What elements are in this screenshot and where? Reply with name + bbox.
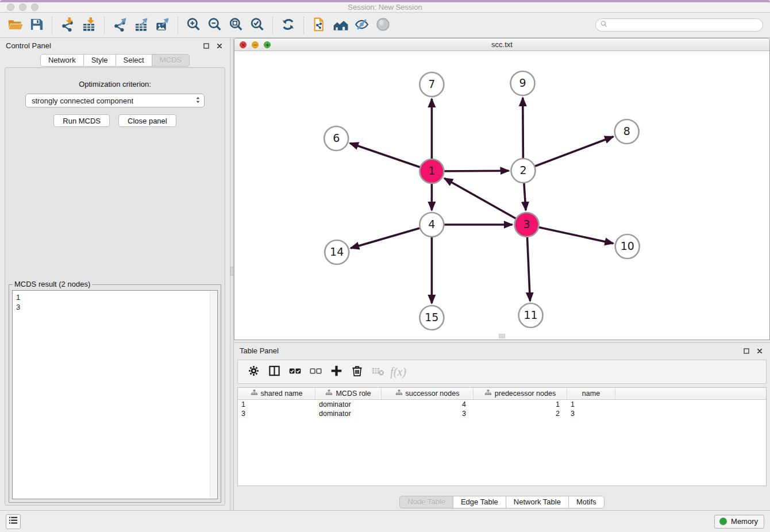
close-panel-button[interactable]: Close panel [118,114,176,127]
table-cell[interactable]: 1 [567,400,615,408]
zoom-fit-button[interactable] [225,15,247,36]
mcds-result-item[interactable]: 3 [13,302,217,312]
table-cell[interactable]: dominator [315,400,382,408]
close-table-panel-icon[interactable] [754,346,764,356]
graph-node-1[interactable]: 1 [419,159,444,183]
table-cell[interactable]: 1 [473,400,567,408]
table-panel-title: Table Panel [240,346,279,355]
graph-node-10[interactable]: 10 [615,234,640,259]
mcds-result-list[interactable]: 13 [12,290,218,499]
zoom-in-button[interactable] [183,15,204,36]
edge-3-1[interactable] [444,178,526,225]
task-history-button[interactable] [6,514,21,529]
mcds-result-scrollbar[interactable] [210,291,217,498]
tab-motifs[interactable]: Motifs [568,496,605,508]
table-cell[interactable]: 3 [567,410,615,418]
column-header-name[interactable]: name [567,388,615,399]
zoom-out-button[interactable] [204,15,225,36]
home-button[interactable] [330,15,351,36]
optimization-criterion-select[interactable]: strongly connected component [25,94,205,107]
svg-text:2: 2 [519,164,526,177]
open-session-button[interactable] [5,15,26,36]
check-off-icon [309,364,322,379]
table-cell[interactable]: dominator [315,410,382,418]
run-mcds-button[interactable]: Run MCDS [53,114,110,127]
graph-node-4[interactable]: 4 [419,213,444,237]
minimize-window-button[interactable] [19,3,26,11]
table-cell[interactable]: 1 [238,400,315,408]
tab-select[interactable]: Select [116,54,152,67]
table-cell[interactable]: 3 [238,410,315,418]
tab-mcds[interactable]: MCDS [152,54,190,67]
gear-icon [247,364,260,379]
search-field[interactable] [595,18,763,32]
graph-node-3[interactable]: 3 [515,213,539,237]
maximize-network-button[interactable] [264,41,271,48]
splitter-handle[interactable] [230,267,233,276]
float-panel-icon[interactable] [201,41,211,51]
graph-node-9[interactable]: 9 [511,71,535,95]
graph-node-6[interactable]: 6 [324,126,348,151]
import-network-button[interactable] [57,15,78,36]
graph-node-7[interactable]: 7 [419,72,444,97]
minimize-network-button[interactable] [252,41,259,48]
panel-splitter[interactable] [230,38,234,510]
column-header-successor-nodes[interactable]: successor nodes [382,388,473,399]
clone-network-button[interactable] [309,15,330,36]
tab-network-table[interactable]: Network Table [506,496,569,508]
hide-graphics-button[interactable] [351,15,372,36]
close-panel-icon[interactable] [214,41,224,51]
graph-node-14[interactable]: 14 [325,240,349,264]
network-window-controls [240,41,271,48]
import-table-button[interactable] [78,15,99,36]
table-cell[interactable]: 3 [382,410,473,418]
tab-edge-table[interactable]: Edge Table [453,496,506,508]
float-table-panel-icon[interactable] [741,346,751,356]
export-image-icon [155,17,170,34]
hide-all-columns-button[interactable] [305,362,326,381]
delete-column-button[interactable] [346,362,367,381]
edge-2-8[interactable] [523,137,614,171]
show-all-columns-button[interactable] [284,362,305,381]
save-icon [29,17,44,34]
table-cell[interactable]: 2 [473,410,567,418]
tab-style[interactable]: Style [83,54,116,67]
network-graph[interactable]: 7968124314101511 [234,51,769,340]
table-cell[interactable]: 4 [382,400,473,408]
edge-3-10[interactable] [527,225,614,244]
mcds-result-item[interactable]: 1 [13,291,217,302]
add-column-button[interactable] [326,362,346,381]
table-row[interactable]: 1dominator411 [238,400,766,409]
column-layout-button[interactable] [264,362,284,381]
graph-node-15[interactable]: 15 [419,306,444,330]
graph-node-2[interactable]: 2 [511,159,536,183]
column-header-MCDS-role[interactable]: MCDS role [315,388,382,399]
edge-1-6[interactable] [350,143,432,171]
zoom-selected-button[interactable] [247,15,268,36]
node-table[interactable]: shared nameMCDS rolesuccessor nodesprede… [237,387,767,486]
table-toolbar: f(x) [237,360,767,384]
export-network-button[interactable] [109,15,130,36]
export-image-button[interactable] [152,15,173,36]
canvas-resize-handle[interactable] [499,334,505,338]
tab-network[interactable]: Network [40,54,84,67]
save-session-button[interactable] [26,15,47,36]
graph-node-8[interactable]: 8 [615,119,639,144]
show-graphics-button[interactable] [372,15,394,36]
search-input[interactable] [610,21,759,29]
close-window-button[interactable] [7,3,14,11]
zoom-window-button[interactable] [31,3,38,11]
mcds-panel: Optimization criterion: strongly connect… [5,67,225,506]
refresh-layout-button[interactable] [278,15,299,36]
column-header-predecessor-nodes[interactable]: predecessor nodes [473,388,567,399]
export-table-button[interactable] [130,15,152,36]
memory-button[interactable]: Memory [714,515,764,529]
close-network-button[interactable] [240,41,247,48]
network-canvas[interactable]: 7968124314101511 [234,51,769,340]
graph-node-11[interactable]: 11 [519,303,543,327]
table-row[interactable]: 3dominator323 [238,409,766,418]
mcds-result-items: 13 [13,291,217,312]
tab-node-table[interactable]: Node Table [399,496,453,508]
table-settings-button[interactable] [243,362,264,381]
column-header-shared-name[interactable]: shared name [238,388,315,399]
